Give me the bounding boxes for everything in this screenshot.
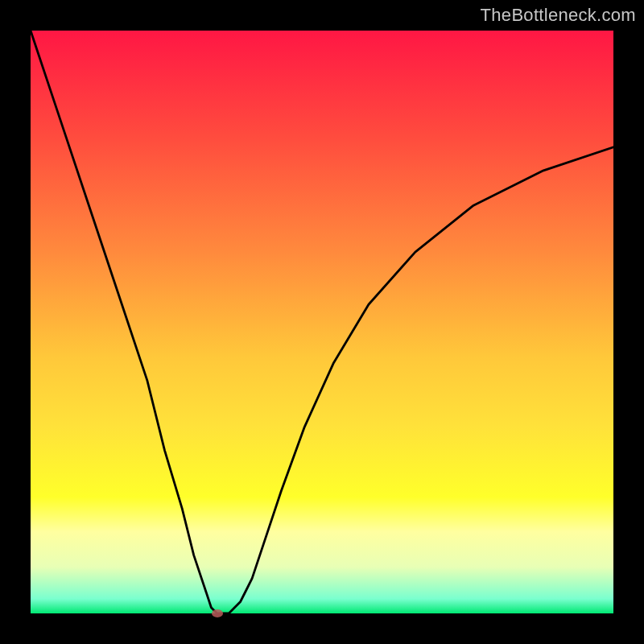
optimal-point-marker <box>212 609 223 617</box>
chart-frame: TheBottleneck.com <box>0 0 644 644</box>
curve-path <box>31 31 613 613</box>
bottleneck-curve <box>31 31 613 613</box>
watermark-text: TheBottleneck.com <box>481 5 636 26</box>
plot-area <box>31 31 613 613</box>
